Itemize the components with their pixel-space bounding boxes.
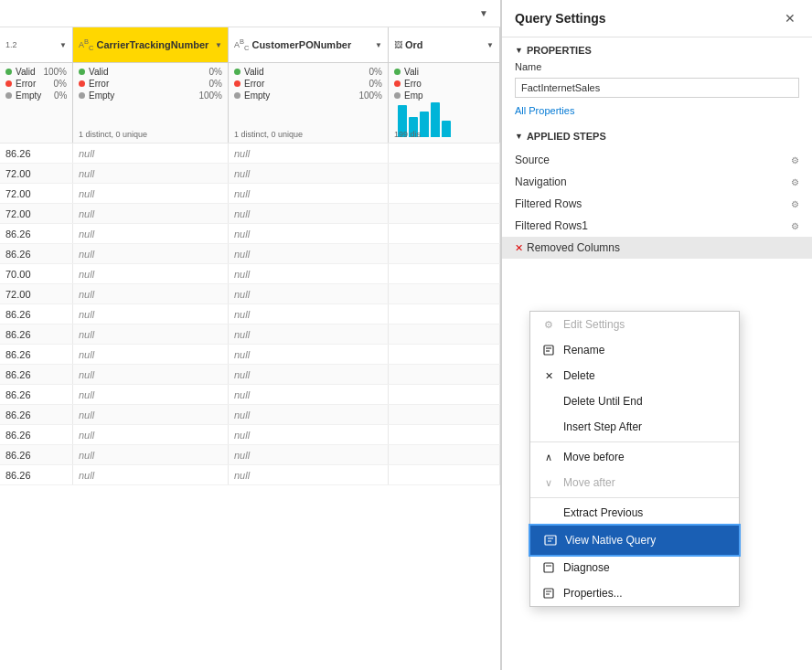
col-dropdown-carrier[interactable]: ▼ — [215, 41, 222, 49]
cell-po: null — [229, 405, 389, 424]
table-row: 86.26 null null — [0, 324, 500, 345]
rename-icon — [541, 343, 556, 357]
empty-label-4: Emp — [404, 90, 423, 101]
move-before-icon: ∧ — [541, 450, 556, 464]
ctx-separator-2 — [530, 497, 739, 498]
cell-po: null — [229, 324, 389, 344]
cell-carrier: null — [73, 425, 229, 444]
ctx-diagnose[interactable]: Diagnose — [530, 555, 739, 580]
empty-label-1: Empty — [16, 90, 41, 101]
cell-po: null — [229, 264, 389, 283]
name-label: Name — [502, 59, 812, 74]
step-filtered-rows1[interactable]: Filtered Rows1 ⚙ — [502, 215, 812, 237]
ctx-properties[interactable]: Properties... — [530, 580, 739, 606]
valid-pct-1: 100% — [41, 67, 67, 77]
cell-amount: 72.00 — [0, 164, 73, 183]
table-row: 72.00 null null — [0, 284, 500, 304]
col-header-amount[interactable]: 1.2 ▼ — [0, 27, 73, 62]
table-row: 86.26 null null — [0, 304, 500, 324]
stats-cell-po: Valid 0% Error 0% Empty 100% 1 distinct,… — [229, 63, 389, 143]
cell-po: null — [229, 284, 389, 303]
table-row: 86.26 null null — [0, 385, 500, 405]
step-filtered-rows1-gear-icon[interactable]: ⚙ — [791, 221, 799, 231]
ctx-insert-step-after[interactable]: Insert Step After — [530, 414, 739, 440]
step-source[interactable]: Source ⚙ — [502, 149, 812, 171]
collapse-button[interactable]: ▼ — [475, 5, 493, 23]
cell-carrier: null — [73, 345, 229, 364]
ctx-delete[interactable]: ✕ Delete — [530, 363, 739, 388]
table-header: 1.2 ▼ ABC CarrierTrackingNumber ▼ ABC Cu… — [0, 27, 500, 63]
error-label-3: Error — [244, 79, 264, 89]
error-label-4: Erro — [404, 79, 422, 89]
ctx-move-before[interactable]: ∧ Move before — [530, 444, 739, 470]
all-properties-link[interactable]: All Properties — [502, 101, 812, 123]
ctx-delete-until-end-label: Delete Until End — [563, 395, 728, 408]
cell-carrier: null — [73, 284, 229, 303]
data-panel: ▼ 1.2 ▼ ABC CarrierTrackingNumber ▼ ABC … — [0, 0, 501, 670]
col-name-carrier: CarrierTrackingNumber — [96, 39, 208, 50]
cell-ord — [389, 204, 500, 223]
empty-pct-1: 0% — [41, 90, 67, 101]
cell-carrier: null — [73, 264, 229, 283]
step-navigation-label: Navigation — [515, 175, 567, 188]
step-filtered-rows1-label: Filtered Rows1 — [515, 219, 588, 232]
col-header-carrier[interactable]: ABC CarrierTrackingNumber ▼ — [73, 27, 229, 62]
ctx-edit-settings[interactable]: ⚙ Edit Settings — [530, 312, 739, 337]
valid-label-1: Valid — [16, 67, 36, 77]
step-removed-columns[interactable]: ✕ Removed Columns — [502, 237, 812, 259]
stats-cell-ord: Vali Erro Emp 199 dis — [389, 63, 500, 143]
applied-steps-arrow-icon: ▼ — [515, 132, 523, 141]
edit-settings-icon: ⚙ — [541, 317, 556, 332]
cell-ord — [389, 164, 500, 183]
ctx-move-after[interactable]: ∨ Move after — [530, 470, 739, 495]
ctx-separator-1 — [530, 441, 739, 442]
cell-amount: 72.00 — [0, 184, 73, 203]
valid-label-3: Valid — [244, 67, 264, 77]
col-dropdown-amount[interactable]: ▼ — [59, 41, 67, 49]
cell-po: null — [229, 144, 389, 163]
ctx-extract-previous[interactable]: Extract Previous — [530, 500, 739, 526]
col-dropdown-po[interactable]: ▼ — [375, 41, 382, 49]
cell-amount: 72.00 — [0, 284, 73, 303]
error-pct-1: 0% — [41, 79, 67, 89]
ctx-rename[interactable]: Rename — [530, 337, 739, 363]
col-header-ord[interactable]: 🖼 Ord ▼ — [389, 27, 500, 62]
valid-pct-3: 0% — [357, 67, 382, 77]
step-filtered-rows-label: Filtered Rows — [515, 197, 582, 210]
col-header-po[interactable]: ABC CustomerPONumber ▼ — [229, 27, 389, 62]
svg-rect-3 — [545, 536, 556, 545]
ctx-view-native-query[interactable]: View Native Query — [530, 526, 739, 555]
col-type-po: ABC — [234, 37, 249, 52]
cell-amount: 86.26 — [0, 465, 73, 484]
col-type-ord: 🖼 — [394, 40, 402, 49]
step-removed-columns-label: Removed Columns — [527, 241, 620, 254]
ctx-view-native-query-label: View Native Query — [565, 534, 726, 547]
cell-ord — [389, 324, 500, 344]
cell-ord — [389, 445, 500, 464]
ctx-delete-until-end[interactable]: Delete Until End — [530, 388, 739, 414]
ctx-diagnose-label: Diagnose — [563, 561, 728, 574]
step-source-gear-icon[interactable]: ⚙ — [791, 155, 799, 165]
cell-po: null — [229, 244, 389, 263]
close-button[interactable]: ✕ — [781, 9, 799, 27]
properties-icon — [541, 586, 556, 601]
cell-carrier: null — [73, 405, 229, 424]
svg-rect-8 — [544, 589, 553, 598]
step-filtered-rows[interactable]: Filtered Rows ⚙ — [502, 193, 812, 215]
cell-amount: 86.26 — [0, 445, 73, 464]
step-filtered-rows-gear-icon[interactable]: ⚙ — [791, 199, 799, 209]
name-input[interactable] — [515, 78, 799, 98]
cell-po: null — [229, 164, 389, 183]
cell-carrier: null — [73, 184, 229, 203]
distinct-info-2: 1 distinct, 0 unique — [79, 130, 147, 139]
cell-ord — [389, 425, 500, 444]
ctx-rename-label: Rename — [563, 344, 728, 356]
delete-until-end-icon — [541, 394, 556, 409]
cell-carrier: null — [73, 365, 229, 384]
cell-ord — [389, 284, 500, 303]
cell-po: null — [229, 304, 389, 324]
empty-label-2: Empty — [89, 90, 114, 101]
col-dropdown-ord[interactable]: ▼ — [486, 41, 494, 49]
step-navigation[interactable]: Navigation ⚙ — [502, 171, 812, 193]
step-navigation-gear-icon[interactable]: ⚙ — [791, 177, 799, 187]
